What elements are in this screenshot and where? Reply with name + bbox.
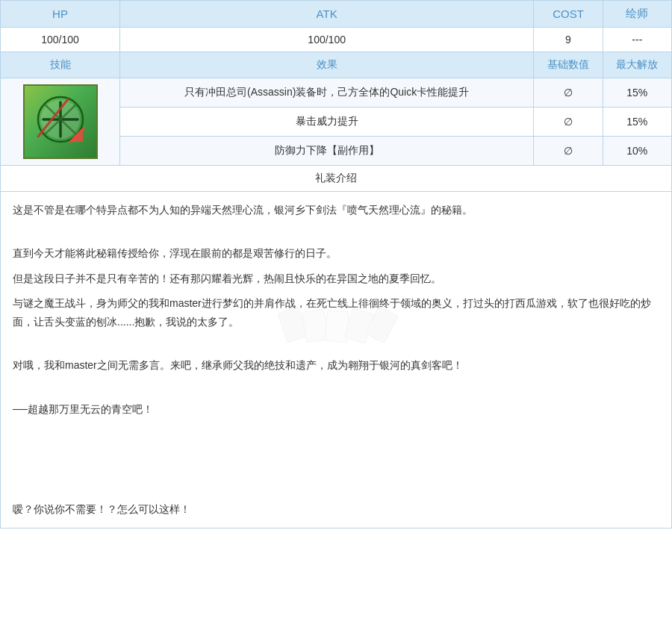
skill-col-header: 技能 — [1, 52, 120, 78]
artist-header: 绘师 — [603, 1, 671, 28]
hp-header: HP — [1, 1, 120, 28]
desc-para4: 与谜之魔王战斗，身为师父的我和master进行梦幻的并肩作战，在死亡线上徘徊终于… — [13, 294, 659, 331]
cost-value: 9 — [534, 28, 603, 52]
effect-col-header: 效果 — [120, 52, 534, 78]
atk-value: 100/100 — [120, 28, 534, 52]
skill-max-1: 15% — [603, 78, 671, 107]
skills-header-row: 技能 效果 基础数值 最大解放 — [1, 52, 672, 78]
stats-header-row: HP ATK COST 绘师 — [1, 1, 672, 28]
skill-row-1: 只有冲田总司(Assassin)装备时，己方全体的Quick卡性能提升 ∅ 15… — [1, 78, 672, 107]
artist-value: --- — [603, 28, 671, 52]
skill-base-1: ∅ — [534, 78, 603, 107]
skill-base-3: ∅ — [534, 137, 603, 166]
base-col-header: 基础数值 — [534, 52, 603, 78]
hp-value: 100/100 — [1, 28, 120, 52]
description-section: 这是不管是在哪个特异点都不为人知的异端天然理心流，银河乡下剑法『喷气天然理心流』… — [0, 192, 672, 529]
section-title-row: 礼装介绍 — [1, 166, 672, 192]
skill-icon — [23, 84, 98, 159]
stats-data-row: 100/100 100/100 9 --- — [1, 28, 672, 52]
desc-para3: 但是这段日子并不是只有辛苦的！还有那闪耀着光辉，热闹且快乐的在异国之地的夏季回忆… — [13, 269, 659, 288]
desc-para1: 这是不管是在哪个特异点都不为人知的异端天然理心流，银河乡下剑法『喷气天然理心流』… — [13, 201, 659, 219]
skill-svg — [27, 88, 94, 155]
skill-effect-2: 暴击威力提升 — [120, 107, 534, 137]
atk-header: ATK — [120, 1, 534, 28]
desc-para5: 对哦，我和master之间无需多言。来吧，继承师父我的绝技和遗产，成为翱翔于银河… — [13, 356, 659, 375]
desc-para7: 嗳？你说你不需要！？怎么可以这样！ — [13, 500, 659, 519]
section-title: 礼装介绍 — [1, 166, 672, 192]
skill-base-2: ∅ — [534, 107, 603, 137]
cost-header: COST — [534, 1, 603, 28]
skill-effect-1: 只有冲田总司(Assassin)装备时，己方全体的Quick卡性能提升 — [120, 78, 534, 107]
desc-para6: ──超越那万里无云的青空吧！ — [13, 400, 659, 419]
max-col-header: 最大解放 — [603, 52, 671, 78]
skill-icon-cell — [1, 78, 120, 166]
skill-max-3: 10% — [603, 137, 671, 166]
skill-icon-bg — [23, 84, 98, 159]
stats-table: HP ATK COST 绘师 100/100 100/100 9 --- 技能 … — [0, 0, 672, 192]
skill-max-2: 15% — [603, 107, 671, 137]
desc-para2: 直到今天才能将此秘籍传授给你，浮现在眼前的都是艰苦修行的日子。 — [13, 244, 659, 263]
skill-effect-3: 防御力下降【副作用】 — [120, 137, 534, 166]
